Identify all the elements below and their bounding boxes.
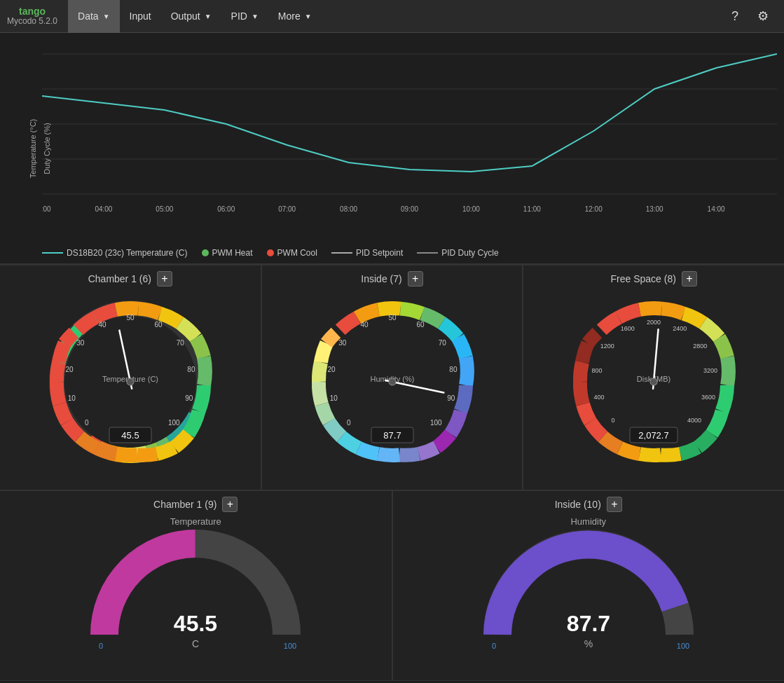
svg-text:12:00: 12:00 bbox=[585, 205, 603, 213]
svg-text:3200: 3200 bbox=[703, 367, 717, 374]
svg-text:0: 0 bbox=[612, 417, 615, 424]
y-axis-label2: Duty Cycle (%) bbox=[43, 123, 51, 174]
gauge-title-inside7: Inside (7) + bbox=[268, 271, 517, 287]
gauge-svg-chamber1: /* rendered via inline SVG below */ bbox=[39, 291, 221, 473]
chart-svg: 24 22.5 21 19.5 03:00 04:00 05:00 06:00 … bbox=[42, 40, 777, 215]
semi-sublabel-chamber9: C bbox=[192, 638, 199, 649]
semi-max-chamber9: 100 bbox=[284, 642, 296, 650]
svg-text:70: 70 bbox=[176, 339, 184, 347]
svg-text:2400: 2400 bbox=[673, 325, 687, 332]
gauge-add-freespace[interactable]: + bbox=[682, 271, 697, 287]
nav-input[interactable]: Input bbox=[120, 0, 161, 33]
settings-button[interactable]: ⚙ bbox=[749, 0, 777, 33]
svg-text:10: 10 bbox=[68, 394, 76, 402]
circular-gauge-chamber1: /* rendered via inline SVG below */ bbox=[39, 291, 221, 473]
gauge-panel-freespace: Free Space (8) + bbox=[523, 265, 784, 490]
nav-output[interactable]: Output ▼ bbox=[161, 0, 221, 33]
svg-text:90: 90 bbox=[185, 394, 193, 402]
gauges-row-1: Chamber 1 (6) + bbox=[0, 264, 784, 490]
gauge-panel-inside10: Inside (10) + Humidity 87.7 % 0 100 bbox=[393, 491, 785, 680]
gauge-add-inside7[interactable]: + bbox=[408, 271, 423, 287]
nav-pid[interactable]: PID ▼ bbox=[221, 0, 268, 33]
chevron-down-icon: ▼ bbox=[103, 13, 110, 20]
y-axis-label: Temperature (°C) bbox=[29, 118, 37, 177]
chart-legend: DS18B20 (23c) Temperature (C) PWM Heat P… bbox=[42, 248, 499, 258]
svg-text:90: 90 bbox=[447, 394, 455, 402]
svg-text:13:00: 13:00 bbox=[646, 205, 663, 213]
svg-text:100: 100 bbox=[168, 419, 180, 427]
svg-text:05:00: 05:00 bbox=[156, 205, 173, 213]
svg-text:06:00: 06:00 bbox=[217, 205, 235, 213]
semi-gauge-svg-chamber9: 45.5 C 0 100 bbox=[90, 530, 301, 652]
gauge-add-chamber9[interactable]: + bbox=[222, 497, 238, 512]
svg-text:0: 0 bbox=[346, 419, 350, 427]
gauge-add-inside10[interactable]: + bbox=[607, 497, 622, 512]
gauge-value-text-freespace: 2,072.7 bbox=[638, 430, 668, 441]
brand-name: tango bbox=[19, 6, 46, 17]
svg-text:60: 60 bbox=[154, 321, 163, 329]
circular-gauge-inside7: 0 10 20 30 40 50 60 70 80 90 100 Humidit… bbox=[301, 291, 483, 473]
svg-text:50: 50 bbox=[126, 314, 135, 322]
chevron-down-icon: ▼ bbox=[305, 13, 312, 20]
legend-line-pid-setpoint bbox=[331, 252, 352, 254]
gauge-needle-inside7 bbox=[385, 377, 444, 396]
nav-data[interactable]: Data ▼ bbox=[68, 0, 119, 33]
gauge-value-text-inside7: 87.7 bbox=[383, 430, 401, 441]
navbar: tango Mycodo 5.2.0 Data ▼ Input Output ▼… bbox=[0, 0, 784, 33]
svg-text:50: 50 bbox=[388, 314, 397, 322]
brand: tango Mycodo 5.2.0 bbox=[7, 6, 57, 27]
svg-text:03:00: 03:00 bbox=[42, 205, 51, 213]
circular-gauge-freespace: 0 400 800 1200 1600 2000 2400 2800 3200 … bbox=[563, 291, 745, 473]
legend-dot-pwm-heat bbox=[202, 249, 209, 256]
svg-text:04:00: 04:00 bbox=[95, 205, 112, 213]
svg-text:80: 80 bbox=[187, 366, 195, 373]
svg-text:40: 40 bbox=[98, 321, 106, 329]
legend-pwm-cool: PWM Cool bbox=[267, 248, 317, 258]
svg-text:08:00: 08:00 bbox=[340, 205, 357, 213]
svg-text:4000: 4000 bbox=[687, 417, 701, 424]
gauge-svg-freespace: 0 400 800 1200 1600 2000 2400 2800 3200 … bbox=[563, 291, 745, 473]
svg-text:80: 80 bbox=[449, 366, 458, 373]
gauge-svg-inside7: 0 10 20 30 40 50 60 70 80 90 100 Humidit… bbox=[301, 291, 483, 473]
semi-gauge-inside10: Humidity 87.7 % 0 100 bbox=[483, 516, 694, 655]
svg-text:1600: 1600 bbox=[621, 325, 635, 332]
semi-gauge-chamber9: Temperature 45.5 C 0 100 bbox=[90, 516, 301, 655]
semi-gauge-svg-inside10: 87.7 % 0 100 bbox=[483, 530, 694, 652]
gauges-row-2: Chamber 1 (9) + Temperature 45.5 C 0 100 bbox=[0, 490, 784, 680]
svg-text:11:00: 11:00 bbox=[523, 205, 541, 213]
gauge-title-chamber1: Chamber 1 (6) + bbox=[6, 271, 255, 287]
svg-text:30: 30 bbox=[338, 339, 347, 347]
semi-value-inside10: 87.7 bbox=[567, 611, 610, 636]
nav-more[interactable]: More ▼ bbox=[268, 0, 322, 33]
svg-text:60: 60 bbox=[416, 321, 425, 329]
svg-text:14:00: 14:00 bbox=[708, 205, 725, 213]
gauge-value-text-1: 45.5 bbox=[121, 430, 139, 441]
help-button[interactable]: ? bbox=[721, 0, 749, 33]
legend-pid-duty: PID Duty Cycle bbox=[417, 248, 498, 258]
svg-text:1200: 1200 bbox=[600, 343, 614, 350]
svg-text:09:00: 09:00 bbox=[401, 205, 418, 213]
gauge-add-chamber1[interactable]: + bbox=[157, 271, 172, 287]
semi-label-chamber9: Temperature bbox=[90, 516, 301, 527]
legend-temperature: DS18B20 (23c) Temperature (C) bbox=[42, 248, 188, 258]
svg-text:400: 400 bbox=[594, 394, 605, 401]
semi-min-chamber9: 0 bbox=[99, 642, 103, 650]
chevron-down-icon: ▼ bbox=[205, 13, 212, 20]
legend-dot-pwm-cool bbox=[267, 249, 274, 256]
legend-pwm-heat: PWM Heat bbox=[202, 248, 253, 258]
svg-text:30: 30 bbox=[76, 339, 85, 347]
gauge-panel-chamber9: Chamber 1 (9) + Temperature 45.5 C 0 100 bbox=[0, 491, 393, 680]
legend-pid-setpoint: PID Setpoint bbox=[331, 248, 403, 258]
svg-text:20: 20 bbox=[327, 366, 336, 373]
semi-sublabel-inside10: % bbox=[584, 638, 593, 649]
bottom-bar: New Graph New Gauge bbox=[0, 680, 784, 683]
gauge-panel-chamber1: Chamber 1 (6) + bbox=[0, 265, 262, 490]
legend-line-temperature bbox=[42, 252, 63, 254]
svg-text:20: 20 bbox=[65, 366, 74, 373]
gauge-title-freespace: Free Space (8) + bbox=[529, 271, 778, 287]
svg-text:100: 100 bbox=[429, 419, 441, 427]
svg-text:70: 70 bbox=[438, 339, 446, 347]
svg-text:0: 0 bbox=[85, 419, 89, 427]
gauge-panel-inside7: Inside (7) + bbox=[262, 265, 524, 490]
svg-text:2800: 2800 bbox=[693, 343, 707, 350]
